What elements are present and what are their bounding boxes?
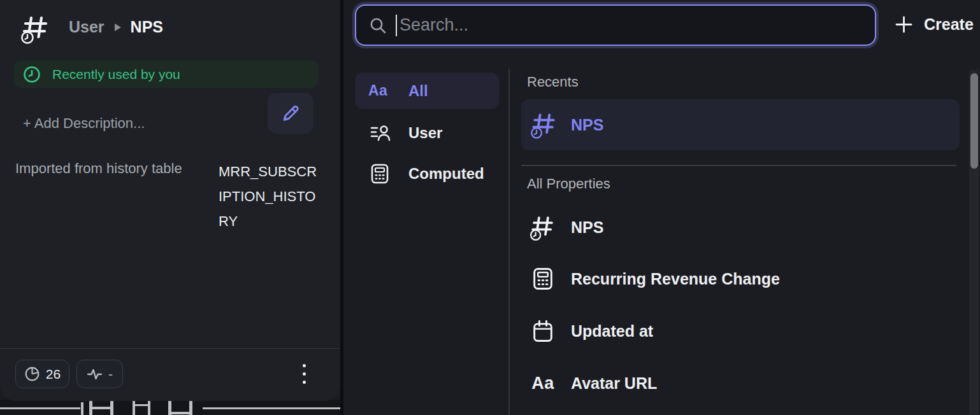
filter-tab-computed[interactable]: Computed xyxy=(355,155,499,192)
property-item-recurring-revenue-change[interactable]: Recurring Revenue Change xyxy=(521,265,960,293)
calculator-icon xyxy=(529,266,557,292)
background-line xyxy=(203,407,344,409)
more-options-button[interactable] xyxy=(299,364,308,384)
breadcrumb-current: NPS xyxy=(131,18,163,36)
create-button-label: Create xyxy=(924,15,974,34)
pulse-icon xyxy=(87,366,103,382)
text-type-icon: Aa xyxy=(529,374,557,393)
text-cursor xyxy=(396,15,397,36)
recents-section-title: Recents xyxy=(527,74,579,90)
breadcrumb: User NPS xyxy=(69,18,163,36)
property-item-label: NPS xyxy=(571,218,603,237)
kebab-dot xyxy=(303,372,306,376)
filter-computed-label: Computed xyxy=(408,165,484,183)
breadcrumb-parent[interactable]: User xyxy=(69,18,104,36)
add-description-button[interactable]: + Add Description... xyxy=(23,115,145,132)
kebab-dot xyxy=(303,381,306,384)
numeric-history-property-icon xyxy=(529,213,557,241)
create-button[interactable]: Create xyxy=(895,15,980,34)
clock-icon xyxy=(23,66,41,83)
pie-chart-icon xyxy=(24,366,40,382)
footer-divider xyxy=(0,348,340,349)
search-input[interactable] xyxy=(400,15,862,35)
search-box[interactable] xyxy=(355,4,876,46)
property-detail-panel: User NPS Recently used by you + Add Desc… xyxy=(0,0,340,401)
filter-tab-user[interactable]: User xyxy=(355,115,499,151)
background-line xyxy=(0,407,80,409)
property-item-label: Updated at xyxy=(571,322,653,341)
pencil-icon xyxy=(280,102,301,124)
recent-item-nps[interactable]: NPS xyxy=(521,99,960,150)
background-shape xyxy=(133,401,135,415)
background-shape xyxy=(110,401,113,415)
property-item-updated-at[interactable]: Updated at xyxy=(521,317,960,345)
property-type-icon-wrap xyxy=(20,13,51,45)
all-properties-section-title: All Properties xyxy=(527,176,610,192)
property-item-nps[interactable]: NPS xyxy=(521,213,960,241)
property-item-avatar-url[interactable]: Aa Avatar URL xyxy=(521,369,960,397)
sidebar-divider xyxy=(508,69,510,415)
chart-count-value: 26 xyxy=(46,367,61,382)
imported-table-value: MRR_SUBSCRIPTION_HISTORY xyxy=(219,159,321,234)
background-line xyxy=(81,402,83,415)
calendar-icon xyxy=(529,318,557,344)
search-icon xyxy=(369,17,387,34)
filter-user-label: User xyxy=(408,124,442,142)
trend-value: - xyxy=(108,367,113,382)
background-table-strip xyxy=(0,400,344,415)
background-shape xyxy=(171,412,189,414)
background-shape xyxy=(92,407,110,409)
plus-icon xyxy=(895,15,913,34)
chart-count-button[interactable]: 26 xyxy=(15,360,69,388)
background-shape xyxy=(135,404,148,406)
imported-from-label: Imported from history table xyxy=(15,160,182,177)
scrollbar-thumb[interactable] xyxy=(970,73,978,169)
calculator-icon xyxy=(368,162,394,185)
numeric-history-property-icon xyxy=(20,13,51,45)
scrollbar-track[interactable] xyxy=(969,70,979,415)
background-shape xyxy=(148,401,150,415)
user-list-icon xyxy=(368,121,394,144)
edit-button[interactable] xyxy=(268,93,313,134)
filter-all-label: All xyxy=(408,82,428,100)
property-search-modal: Create Aa All User xyxy=(343,0,980,415)
recently-used-badge: Recently used by you xyxy=(14,60,319,88)
property-item-label: Recurring Revenue Change xyxy=(571,270,780,288)
results-divider xyxy=(521,165,956,166)
property-item-label: Avatar URL xyxy=(571,374,657,393)
background-shape xyxy=(189,401,192,415)
filter-tab-all[interactable]: Aa All xyxy=(355,73,499,109)
recent-item-label: NPS xyxy=(571,116,603,134)
chevron-right-icon xyxy=(113,22,122,32)
trend-button[interactable]: - xyxy=(76,360,123,388)
numeric-history-property-icon xyxy=(530,110,558,139)
kebab-dot xyxy=(303,364,306,367)
recently-used-label: Recently used by you xyxy=(52,67,180,82)
text-type-icon: Aa xyxy=(368,82,394,99)
